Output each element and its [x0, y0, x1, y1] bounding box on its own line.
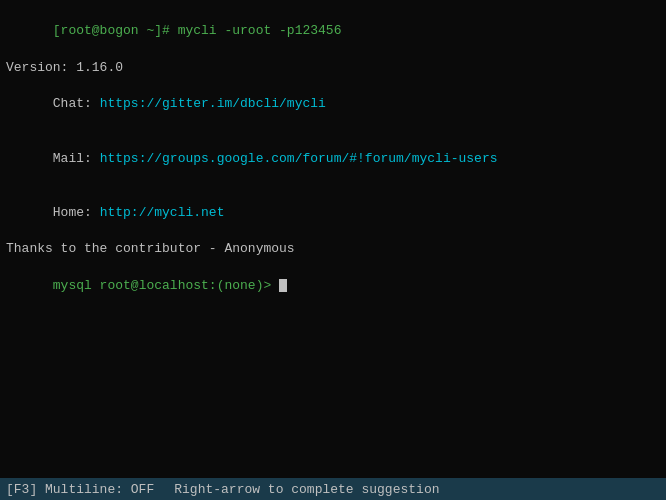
mail-label: Mail: — [53, 151, 100, 166]
home-label: Home: — [53, 205, 100, 220]
status-bar: [F3] Multiline: OFF Right-arrow to compl… — [0, 478, 666, 500]
suggestion-status: Right-arrow to complete suggestion — [174, 482, 439, 497]
prompt-line: mysql root@localhost:(none)> — [6, 259, 660, 314]
terminal-content[interactable]: [root@bogon ~]# mycli -uroot -p123456 Ve… — [0, 0, 666, 478]
mail-line: Mail: https://groups.google.com/forum/#!… — [6, 131, 660, 186]
home-url: http://mycli.net — [100, 205, 225, 220]
mysql-prompt: mysql root@localhost:(none)> — [53, 278, 279, 293]
terminal: [root@bogon ~]# mycli -uroot -p123456 Ve… — [0, 0, 666, 500]
version-line: Version: 1.16.0 — [6, 59, 660, 77]
chat-url: https://gitter.im/dbcli/mycli — [100, 96, 326, 111]
command-text: [root@bogon ~]# mycli -uroot -p123456 — [53, 23, 342, 38]
command-line: [root@bogon ~]# mycli -uroot -p123456 — [6, 4, 660, 59]
chat-line: Chat: https://gitter.im/dbcli/mycli — [6, 77, 660, 132]
thanks-line: Thanks to the contributor - Anonymous — [6, 240, 660, 258]
chat-label: Chat: — [53, 96, 100, 111]
f3-status: [F3] Multiline: OFF — [6, 482, 154, 497]
home-line: Home: http://mycli.net — [6, 186, 660, 241]
mail-url: https://groups.google.com/forum/#!forum/… — [100, 151, 498, 166]
cursor — [279, 279, 287, 292]
